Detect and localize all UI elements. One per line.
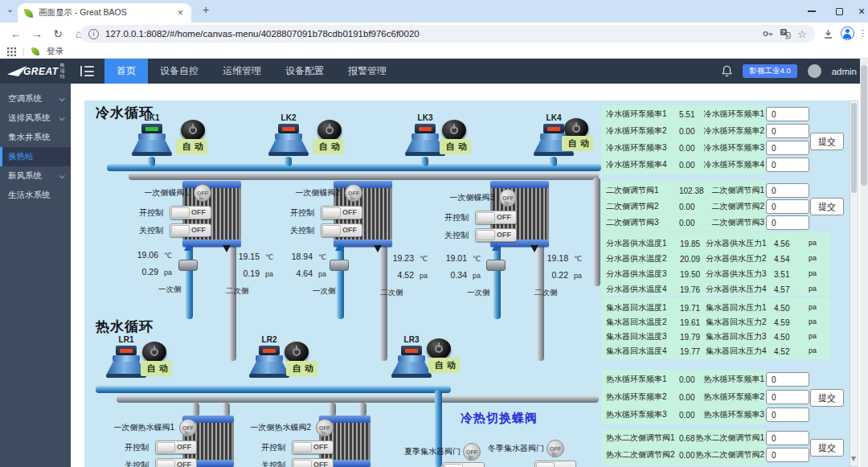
- page-scrollbar-thumb[interactable]: [861, 65, 867, 186]
- page-scrollbar[interactable]: [860, 59, 868, 467]
- setpoint-input[interactable]: [766, 408, 809, 422]
- pump-lk3-auto-label[interactable]: 自动: [440, 139, 471, 154]
- canvas-scrollbar[interactable]: [850, 100, 858, 467]
- submit-button[interactable]: 提交: [810, 133, 844, 150]
- open-control-toggle[interactable]: OFF: [292, 440, 334, 454]
- sidebar-item-heat-exchange-station[interactable]: 换热站: [0, 147, 71, 166]
- pump-lr3[interactable]: LR3: [391, 335, 432, 378]
- valve-status-indicator[interactable]: OFF: [316, 419, 334, 436]
- setpoint-input[interactable]: [766, 448, 809, 462]
- setpoint-input[interactable]: [766, 390, 809, 404]
- notification-bell-icon[interactable]: [722, 65, 732, 77]
- sidebar-item-ac-system[interactable]: 空调系统: [0, 89, 71, 109]
- pump-lr2-power-button[interactable]: [285, 342, 309, 363]
- setpoint-input[interactable]: [766, 183, 809, 198]
- reload-button[interactable]: ↻: [48, 23, 68, 45]
- close-control-toggle[interactable]: OFF: [155, 458, 197, 467]
- pump-label: LR1: [105, 335, 147, 346]
- bookmark-login[interactable]: 登录: [47, 46, 63, 57]
- setpoint-input[interactable]: [766, 215, 809, 230]
- window-minimize-button[interactable]: [799, 0, 825, 23]
- close-control-toggle[interactable]: OFF: [475, 228, 517, 242]
- pump-lk1-power-button[interactable]: [181, 120, 205, 141]
- sidebar-item-domestic-water-system[interactable]: 生活水系统: [0, 186, 71, 205]
- sidebar-item-fresh-air-system[interactable]: 新风系统: [0, 166, 71, 186]
- back-button[interactable]: ←: [6, 23, 26, 45]
- window-close-button[interactable]: ×: [849, 0, 868, 23]
- open-control-toggle[interactable]: OFF: [155, 440, 197, 454]
- open-control-toggle[interactable]: OFF: [321, 206, 362, 219]
- pump-lk1-auto-label[interactable]: 自动: [176, 139, 207, 154]
- pump-lk4-auto-label[interactable]: 自动: [562, 136, 593, 151]
- pump-flange: [138, 133, 166, 140]
- pump-label: LK2: [268, 113, 309, 124]
- pump-lk2-auto-label[interactable]: 自动: [313, 139, 344, 154]
- pump-lr3-auto-label[interactable]: 自动: [428, 358, 460, 373]
- valve-status-indicator[interactable]: OFF: [179, 419, 197, 436]
- close-control-toggle[interactable]: OFF: [321, 223, 362, 237]
- new-tab-button[interactable]: +: [203, 3, 209, 16]
- apps-grid-icon[interactable]: [7, 47, 16, 56]
- tab-search-chevron-icon[interactable]: ⌄: [6, 4, 14, 14]
- pump-lr3-power-button[interactable]: [427, 338, 451, 359]
- nav-tab-device-config[interactable]: 设备配置: [273, 59, 336, 84]
- nav-tab-device-control[interactable]: 设备自控: [148, 59, 211, 84]
- pump-lr1-auto-label[interactable]: 自动: [141, 361, 172, 376]
- user-avatar[interactable]: [808, 64, 821, 78]
- username[interactable]: admin: [832, 67, 857, 76]
- forward-button[interactable]: →: [27, 23, 47, 45]
- setpoint-input[interactable]: [766, 141, 809, 155]
- setpoint-input[interactable]: [766, 372, 809, 387]
- valve-status-indicator[interactable]: OFF: [194, 184, 211, 202]
- power-icon: [572, 125, 580, 133]
- sidebar-collapse-icon[interactable]: [80, 66, 94, 76]
- site-info-icon[interactable]: i: [88, 29, 99, 39]
- nav-tab-alarm[interactable]: 报警管理: [336, 59, 399, 84]
- setpoint-input[interactable]: [766, 431, 809, 445]
- power-icon: [435, 345, 443, 353]
- pump-lr2-auto-label[interactable]: 自动: [286, 361, 317, 376]
- setpoint-input[interactable]: [766, 199, 809, 214]
- valve-label: 一次侧蝶阀3: [449, 192, 494, 203]
- valve-status-indicator[interactable]: OFF: [547, 440, 564, 457]
- scroll-down-arrow-icon[interactable]: [851, 457, 856, 464]
- close-control-toggle[interactable]: OFF: [292, 458, 334, 467]
- valve-status-indicator[interactable]: OFF: [463, 443, 481, 461]
- pump-lk2-power-button[interactable]: [317, 120, 342, 141]
- valve-status-indicator[interactable]: OFF: [499, 189, 517, 207]
- sidebar-item-exhaust-system[interactable]: 送排风系统: [0, 109, 71, 128]
- setpoint-input[interactable]: [766, 107, 809, 121]
- browser-tab[interactable]: 画面显示 - Great BAOS ×: [18, 3, 191, 23]
- pump-lk3-power-button[interactable]: [442, 120, 466, 141]
- pump-lr1-power-button[interactable]: [142, 342, 166, 363]
- pump-lr2[interactable]: LR2: [248, 335, 290, 378]
- download-icon[interactable]: [823, 29, 833, 39]
- pump-lk1[interactable]: LK1: [131, 113, 173, 156]
- tab-close-icon[interactable]: ×: [176, 7, 185, 18]
- password-key-icon[interactable]: [762, 28, 773, 39]
- pump-lk2[interactable]: LK2: [268, 113, 309, 156]
- nav-tab-home[interactable]: 首页: [104, 59, 148, 84]
- open-control-toggle[interactable]: OFF: [170, 206, 211, 219]
- sidebar-item-sump-system[interactable]: 集水井系统: [0, 128, 71, 147]
- translate-icon[interactable]: [780, 28, 791, 39]
- season-valve-toggle[interactable]: [534, 461, 576, 467]
- bookmark-star-icon[interactable]: ☆: [797, 28, 807, 40]
- setpoint-input[interactable]: [766, 124, 809, 138]
- submit-button[interactable]: 提交: [810, 389, 844, 407]
- browser-profile-avatar[interactable]: [841, 27, 854, 40]
- nav-tab-operations[interactable]: 运维管理: [211, 59, 273, 84]
- url-text[interactable]: 127.0.0.1:8082/#/home/canvas-menu/402880…: [105, 29, 755, 39]
- scrollbar-thumb[interactable]: [851, 103, 857, 193]
- setpoint-input[interactable]: [766, 158, 809, 172]
- open-control-toggle[interactable]: OFF: [475, 211, 517, 224]
- season-valve-toggle[interactable]: [443, 462, 485, 467]
- address-bar[interactable]: i 127.0.0.1:8082/#/home/canvas-menu/4028…: [80, 25, 815, 43]
- valve-status-indicator[interactable]: OFF: [345, 184, 362, 202]
- submit-button[interactable]: 提交: [810, 439, 844, 457]
- browser-menu-kebab-icon[interactable]: ⋮: [858, 28, 867, 39]
- submit-button[interactable]: 提交: [810, 198, 844, 215]
- close-control-toggle[interactable]: OFF: [170, 223, 211, 237]
- reading-hx1-secondary: 19.15℃ 0.19pa 二次侧: [234, 252, 277, 297]
- reading-hx1-primary: 19.06℃ 0.29pa 一次侧: [133, 250, 176, 295]
